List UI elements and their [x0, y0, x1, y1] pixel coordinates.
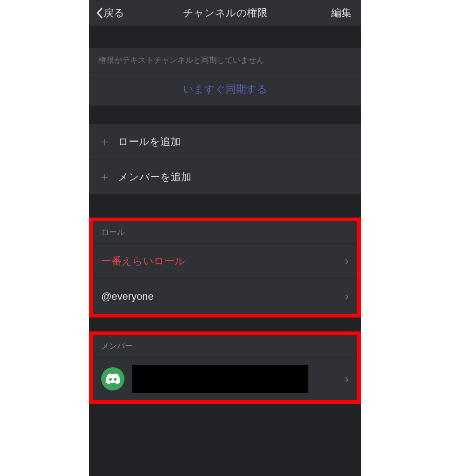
- add-section: ＋ ロールを追加 ＋ メンバーを追加: [89, 124, 361, 194]
- member-row[interactable]: ›: [93, 357, 357, 400]
- plus-icon: ＋: [98, 133, 110, 150]
- members-section-header: メンバー: [93, 335, 357, 357]
- chevron-right-icon: ›: [345, 254, 349, 268]
- add-role-label: ロールを追加: [118, 135, 181, 149]
- edit-button[interactable]: 編集: [331, 6, 352, 20]
- role-label: @everyone: [101, 291, 154, 303]
- chevron-left-icon: [96, 7, 103, 19]
- chevron-right-icon: ›: [345, 372, 349, 386]
- header-bar: 戻る チャンネルの権限 編集: [89, 0, 361, 26]
- add-member-button[interactable]: ＋ メンバーを追加: [89, 159, 361, 194]
- chevron-right-icon: ›: [345, 289, 349, 304]
- sync-now-button[interactable]: いますぐ同期する: [89, 73, 361, 106]
- members-highlight-box: メンバー ›: [89, 331, 361, 404]
- add-member-label: メンバーを追加: [118, 170, 191, 184]
- plus-icon: ＋: [98, 169, 110, 185]
- role-row[interactable]: 一番えらいロール ›: [93, 244, 357, 278]
- roles-section-header: ロール: [93, 221, 357, 243]
- back-button[interactable]: 戻る: [96, 6, 124, 20]
- add-role-button[interactable]: ＋ ロールを追加: [89, 124, 361, 159]
- role-row-everyone[interactable]: @everyone ›: [93, 279, 357, 314]
- sync-status-text: 権限がテキストチャンネルと同期していません: [89, 48, 361, 73]
- role-label: 一番えらいロール: [101, 254, 185, 268]
- redacted-username: [132, 365, 308, 393]
- back-label: 戻る: [104, 6, 124, 20]
- roles-highlight-box: ロール 一番えらいロール › @everyone ›: [89, 218, 361, 317]
- sync-section: 権限がテキストチャンネルと同期していません いますぐ同期する: [89, 48, 361, 106]
- page-title: チャンネルの権限: [183, 6, 267, 20]
- discord-avatar-icon: [101, 367, 124, 390]
